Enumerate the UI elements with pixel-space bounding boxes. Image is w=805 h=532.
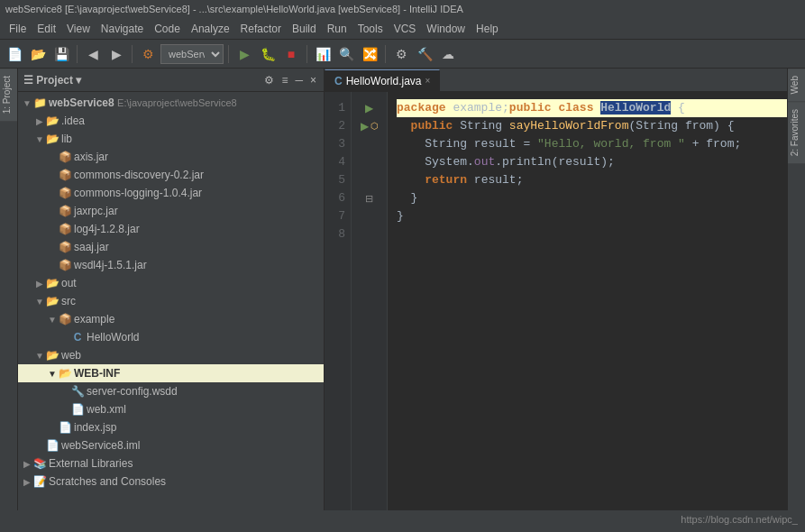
menu-tools[interactable]: Tools <box>352 21 389 37</box>
webinf-arrow[interactable]: ▼ <box>47 369 58 379</box>
run-btn[interactable]: ▶ <box>233 43 255 65</box>
forward-btn[interactable]: ▶ <box>105 43 127 65</box>
build-btn[interactable]: 🔨 <box>414 43 435 65</box>
web-arrow[interactable]: ▼ <box>34 351 45 361</box>
editor-tab-bar: C HelloWorld.java × <box>325 69 787 92</box>
run-config-select[interactable]: webService8 <box>160 44 224 64</box>
menu-help[interactable]: Help <box>471 21 504 37</box>
tree-item-helloworld[interactable]: C HelloWorld <box>18 328 324 346</box>
tree-item-webxml[interactable]: 📄 web.xml <box>18 400 324 418</box>
line-numbers: 1 2 3 4 5 6 7 8 <box>325 92 352 510</box>
open-btn[interactable]: 📂 <box>27 43 49 65</box>
xml-icon: 📄 <box>70 403 85 416</box>
code-text-8 <box>397 225 404 243</box>
menu-bar: File Edit View Navigate Code Analyze Ref… <box>0 18 805 40</box>
panel-pin-btn[interactable]: ─ <box>293 74 305 87</box>
gutter-line-6: ⊟ <box>353 189 385 207</box>
debug-btn[interactable]: ⚙ <box>137 43 159 65</box>
idea-folder-icon: 📂 <box>45 115 59 127</box>
tree-item-webservice8[interactable]: ▼ 📁 webService8 E:\javaproject\webServic… <box>18 94 324 112</box>
menu-window[interactable]: Window <box>421 21 471 37</box>
editor-area: C HelloWorld.java × 1 2 3 4 5 6 7 8 ▶ <box>325 69 787 510</box>
back-btn[interactable]: ◀ <box>82 43 104 65</box>
panel-gear-btn[interactable]: ⚙ <box>262 74 276 87</box>
code-line-3: String result = "Hello, world, from " + … <box>397 135 787 153</box>
code-line-8 <box>397 225 787 243</box>
menu-code[interactable]: Code <box>149 21 186 37</box>
tree-item-saaj[interactable]: 📦 saaj.jar <box>18 238 324 256</box>
editor-tab-helloworld[interactable]: C HelloWorld.java × <box>325 69 440 91</box>
src-arrow[interactable]: ▼ <box>34 297 45 307</box>
tree-item-scratches[interactable]: ▶ 📝 Scratches and Consoles <box>18 472 324 491</box>
tree-item-indexjsp[interactable]: 📄 index.jsp <box>18 418 324 436</box>
tree-item-commons-logging[interactable]: 📦 commons-logging-1.0.4.jar <box>18 184 324 202</box>
title-bar: webService8 [E:\javaproject\webService8]… <box>0 0 805 18</box>
web-tab-vert[interactable]: Web <box>788 69 805 101</box>
menu-refactor[interactable]: Refactor <box>235 21 287 37</box>
tree-item-iml[interactable]: 📄 webService8.iml <box>18 436 324 454</box>
tree-item-lib[interactable]: ▼ 📂 lib <box>18 130 324 148</box>
expand-arrow[interactable]: ▼ <box>22 98 32 108</box>
lib-arrow[interactable]: ▼ <box>34 134 45 144</box>
jar-icon: 📦 <box>58 205 72 217</box>
run-gutter-icon-1[interactable]: ▶ <box>365 99 373 117</box>
save-btn[interactable]: 💾 <box>50 43 72 65</box>
scratches-icon: 📝 <box>32 475 47 488</box>
tree-item-axis[interactable]: 📦 axis.jar <box>18 148 324 166</box>
panel-layout-btn[interactable]: ≡ <box>279 74 289 87</box>
menu-run[interactable]: Run <box>322 21 352 37</box>
gutter-line-1: ▶ <box>353 99 385 117</box>
panel-header: ☰ Project ▾ ⚙ ≡ ─ × <box>18 69 324 92</box>
fold-icon[interactable]: ⊟ <box>365 189 373 207</box>
src-folder-icon: 📂 <box>45 295 59 307</box>
tree-item-commons-discovery[interactable]: 📦 commons-discovery-0.2.jar <box>18 166 324 184</box>
menu-edit[interactable]: Edit <box>32 21 61 37</box>
tree-item-extlibs[interactable]: ▶ 📚 External Libraries <box>18 454 324 472</box>
tree-item-wsdl4j[interactable]: 📦 wsdl4j-1.5.1.jar <box>18 256 324 274</box>
bookmark-gutter-icon[interactable]: ⬡ <box>370 117 379 135</box>
project-tab-vert[interactable]: 1: Project <box>0 69 17 121</box>
tree-item-webinf[interactable]: ▼ 📂 WEB-INF <box>18 364 324 382</box>
wsdd-icon: 🔧 <box>70 385 85 398</box>
tree-item-idea[interactable]: ▶ 📂 .idea <box>18 112 324 130</box>
gutter-line-7 <box>353 207 385 225</box>
menu-analyze[interactable]: Analyze <box>186 21 235 37</box>
code-text-7: } <box>397 207 404 225</box>
example-arrow[interactable]: ▼ <box>47 315 58 325</box>
new-file-btn[interactable]: 📄 <box>4 43 25 65</box>
settings-btn[interactable]: ⚙ <box>390 43 412 65</box>
git-btn[interactable]: 🔀 <box>359 43 380 65</box>
stop-btn[interactable]: ■ <box>280 43 302 65</box>
structure-btn[interactable]: 📊 <box>312 43 334 65</box>
menu-navigate[interactable]: Navigate <box>96 21 149 37</box>
tree-item-web[interactable]: ▼ 📂 web <box>18 346 324 364</box>
class-icon: C <box>70 331 85 344</box>
tab-close-btn[interactable]: × <box>425 76 430 86</box>
menu-build[interactable]: Build <box>287 21 322 37</box>
tree-item-out[interactable]: ▶ 📂 out <box>18 274 324 292</box>
code-line-7: } <box>397 207 787 225</box>
debug-run-btn[interactable]: 🐛 <box>257 43 279 65</box>
tree-item-jaxrpc[interactable]: 📦 jaxrpc.jar <box>18 202 324 220</box>
out-arrow[interactable]: ▶ <box>34 279 45 289</box>
scratches-arrow[interactable]: ▶ <box>22 477 32 487</box>
extlibs-arrow[interactable]: ▶ <box>22 459 32 469</box>
iml-icon: 📄 <box>45 439 59 452</box>
search-btn[interactable]: 🔍 <box>335 43 357 65</box>
tree-item-serverconfig[interactable]: 🔧 server-config.wsdd <box>18 382 324 400</box>
favorites-tab-vert[interactable]: 2: Favorites <box>788 102 805 163</box>
tree-item-src[interactable]: ▼ 📂 src <box>18 292 324 310</box>
tab-label: HelloWorld.java <box>346 75 422 87</box>
code-content[interactable]: package example;public class HelloWorld … <box>388 92 787 510</box>
idea-arrow[interactable]: ▶ <box>34 116 45 126</box>
menu-vcs[interactable]: VCS <box>389 21 422 37</box>
title-text: webService8 [E:\javaproject\webService8]… <box>5 4 463 14</box>
run-gutter-icon-2[interactable]: ▶ <box>361 117 369 135</box>
webinf-folder-icon: 📂 <box>58 367 72 380</box>
tree-item-example[interactable]: ▼ 📦 example <box>18 310 324 328</box>
tree-item-log4j[interactable]: 📦 log4j-1.2.8.jar <box>18 220 324 238</box>
deploy-btn[interactable]: ☁ <box>437 43 459 65</box>
panel-close-btn[interactable]: × <box>308 74 318 87</box>
menu-view[interactable]: View <box>61 21 96 37</box>
menu-file[interactable]: File <box>4 21 32 37</box>
